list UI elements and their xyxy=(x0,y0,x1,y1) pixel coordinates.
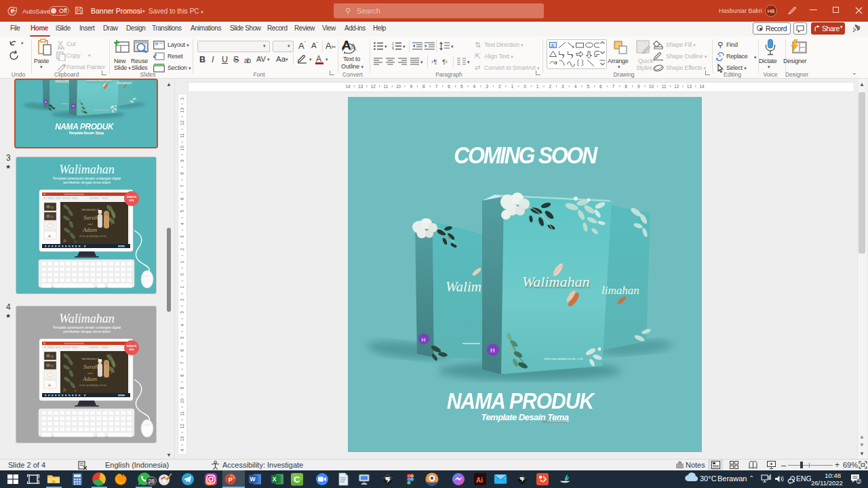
svg-text:13: 13 xyxy=(358,84,363,89)
svg-text:11: 11 xyxy=(384,84,389,89)
svg-text:4: 4 xyxy=(574,84,577,89)
svg-text:12: 12 xyxy=(180,424,184,429)
svg-text:H: H xyxy=(490,347,495,354)
svg-text:Adam: Adam xyxy=(82,226,97,233)
svg-text:HOTEL ATZARA BALLROOM: HOTEL ATZARA BALLROOM xyxy=(79,384,106,387)
svg-text:12: 12 xyxy=(371,84,376,89)
svg-text:5: 5 xyxy=(587,84,589,89)
svg-text:6: 6 xyxy=(448,84,450,89)
svg-text:X: X xyxy=(273,476,277,483)
svg-text:4: 4 xyxy=(180,222,184,225)
svg-text:1: 1 xyxy=(511,84,514,89)
svg-text:3: 3 xyxy=(392,47,394,50)
svg-text:Adam: Adam xyxy=(82,375,97,382)
svg-text:W: W xyxy=(250,476,256,483)
svg-text:Sarah: Sarah xyxy=(83,214,98,221)
svg-text:6: 6 xyxy=(599,84,602,89)
svg-text:THE WEDDING OF: THE WEDDING OF xyxy=(81,209,99,211)
svg-text:10: 10 xyxy=(180,146,184,151)
svg-text:9: 9 xyxy=(180,387,184,390)
svg-text:4: 4 xyxy=(180,323,184,326)
svg-text:and: and xyxy=(87,222,93,226)
svg-text:Ai: Ai xyxy=(476,476,483,484)
svg-text:c: c xyxy=(716,57,718,61)
svg-text:H: H xyxy=(422,337,426,343)
svg-text:8: 8 xyxy=(180,374,184,377)
svg-text:3: 3 xyxy=(486,84,488,89)
svg-text:Walim: Walim xyxy=(446,279,481,295)
svg-text:DISKON: DISKON xyxy=(127,196,136,199)
svg-text:6: 6 xyxy=(180,349,184,352)
svg-text:13: 13 xyxy=(180,436,184,441)
svg-text:14: 14 xyxy=(180,449,184,452)
svg-text:11: 11 xyxy=(662,84,667,89)
svg-text:3: 3 xyxy=(180,311,184,314)
svg-text:9: 9 xyxy=(410,84,412,89)
svg-text:5: 5 xyxy=(180,336,184,339)
svg-text:6: 6 xyxy=(180,197,184,200)
svg-text:and: and xyxy=(87,371,93,375)
svg-text:C: C xyxy=(294,474,300,485)
svg-text:2: 2 xyxy=(549,84,551,89)
svg-text:11: 11 xyxy=(180,133,184,138)
svg-text:13: 13 xyxy=(687,84,692,89)
svg-text:P: P xyxy=(229,476,233,483)
svg-text:pernikahan dengan tema islami: pernikahan dengan tema islami xyxy=(63,180,111,184)
svg-text:10: 10 xyxy=(180,398,184,403)
svg-text:99%: 99% xyxy=(129,199,134,202)
svg-text:14: 14 xyxy=(699,84,705,89)
svg-text:12: 12 xyxy=(674,84,679,89)
svg-text:3: 3 xyxy=(561,84,564,89)
svg-text:0: 0 xyxy=(524,84,526,89)
svg-text:8: 8 xyxy=(180,172,184,175)
svg-text:HOTEL ATZARA BALLROOM: HOTEL ATZARA BALLROOM xyxy=(79,235,106,238)
svg-text:7: 7 xyxy=(180,184,184,187)
svg-text:pernikahan dengan tema islami: pernikahan dengan tema islami xyxy=(63,329,111,333)
svg-text:5: 5 xyxy=(460,84,463,89)
svg-text:Walimahan: Walimahan xyxy=(59,312,114,325)
svg-text:Walim: Walim xyxy=(54,79,68,84)
svg-text:Walimahan: Walimahan xyxy=(59,163,114,176)
svg-text:WWW.HADZAMANDIGITAL.COM: WWW.HADZAMANDIGITAL.COM xyxy=(94,109,110,110)
svg-text:5: 5 xyxy=(180,210,184,213)
svg-text:2: 2 xyxy=(498,84,501,89)
svg-text:14: 14 xyxy=(345,84,351,89)
svg-text:1: 1 xyxy=(536,84,539,89)
svg-text:12: 12 xyxy=(180,120,184,125)
svg-text:9: 9 xyxy=(180,159,184,162)
svg-text:DISKON: DISKON xyxy=(127,345,136,348)
svg-text:10: 10 xyxy=(649,84,654,89)
svg-text:99%: 99% xyxy=(129,348,134,351)
svg-text:3: 3 xyxy=(180,235,184,238)
svg-text:Walimahan: Walimahan xyxy=(85,79,112,83)
svg-text:13: 13 xyxy=(180,108,184,113)
svg-text:b: b xyxy=(719,54,722,58)
svg-text:2: 2 xyxy=(858,479,861,484)
svg-text:1: 1 xyxy=(180,260,184,263)
svg-text:14: 14 xyxy=(180,97,184,100)
svg-text:Walimahan: Walimahan xyxy=(522,273,589,290)
svg-text:2: 2 xyxy=(180,248,184,251)
svg-text:7: 7 xyxy=(612,84,615,89)
svg-text:10: 10 xyxy=(396,84,401,89)
svg-text:7: 7 xyxy=(435,84,438,89)
svg-text:8: 8 xyxy=(422,84,425,89)
svg-text:THE WEDDING OF: THE WEDDING OF xyxy=(81,358,99,361)
svg-text:Sarah: Sarah xyxy=(83,363,98,370)
svg-text:8: 8 xyxy=(625,84,627,89)
svg-text:A: A xyxy=(551,43,555,48)
svg-text:limahan: limahan xyxy=(117,80,132,85)
svg-text:2: 2 xyxy=(180,298,184,301)
svg-text:4: 4 xyxy=(473,84,476,89)
svg-text:1: 1 xyxy=(180,285,184,288)
svg-text:7: 7 xyxy=(180,361,184,364)
svg-text:0: 0 xyxy=(180,273,184,276)
svg-text:H: H xyxy=(73,105,75,108)
svg-text:11: 11 xyxy=(180,411,184,415)
svg-text:limahan: limahan xyxy=(601,284,639,297)
svg-text:9: 9 xyxy=(637,84,640,89)
svg-text:WWW.HADZAMANDIGITAL.COM: WWW.HADZAMANDIGITAL.COM xyxy=(544,358,583,361)
